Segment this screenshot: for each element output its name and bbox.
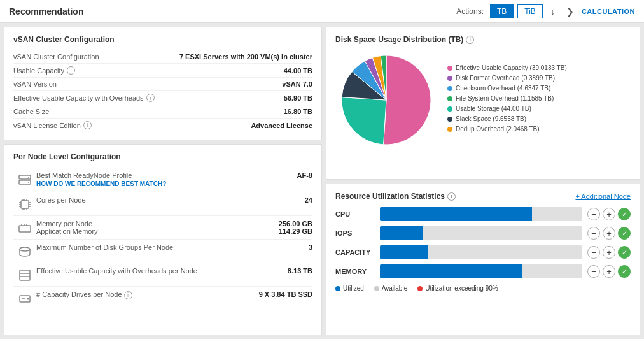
tib-button[interactable]: TiB	[517, 4, 543, 18]
per-node-rows: Best Match ReadyNode ProfileHOW DO WE RE…	[13, 168, 312, 310]
memory-icon	[13, 220, 36, 235]
disk-section-title: Disk Space Usage Distribution (TB) i	[335, 35, 631, 44]
resource-legend-label: Utilization exceeding 90%	[425, 285, 498, 292]
config-value: 7 ESXi Servers with 200 VM(s) in cluster	[179, 53, 312, 61]
svg-point-26	[27, 298, 29, 300]
svg-point-3	[28, 182, 29, 183]
config-row: Usable Capacity i 44.00 TB	[13, 64, 312, 78]
legend-item: Checksum Overhead (4.6347 TB)	[447, 85, 631, 92]
node-sub-label: Application Memory	[36, 227, 223, 235]
resource-row: IOPS 20.9% − + ✓	[335, 226, 631, 240]
resource-bar-container: 69.55%	[380, 264, 582, 278]
pie-chart	[335, 49, 437, 151]
config-info-icon[interactable]: i	[83, 121, 92, 129]
resource-controls: − + ✓	[587, 265, 631, 278]
node-label: Effective Usable Capacity with Overheads…	[36, 267, 223, 275]
increase-button[interactable]: +	[603, 208, 615, 220]
resource-legend-item: Utilization exceeding 90%	[417, 285, 498, 292]
resource-row: CPU 75.08% − + ✓	[335, 207, 631, 221]
legend-item: Effective Usable Capacity (39.0133 TB)	[447, 64, 631, 71]
svg-rect-17	[19, 226, 31, 232]
additional-node-link[interactable]: + Additional Node	[575, 192, 631, 200]
status-button[interactable]: ✓	[618, 208, 631, 220]
node-info: Best Match ReadyNode ProfileHOW DO WE RE…	[36, 171, 223, 188]
share-button[interactable]: ❯	[563, 4, 578, 18]
config-label: Cache Size	[13, 108, 284, 115]
resource-bar-container: 75.08%	[380, 207, 582, 221]
config-label: vSAN Cluster Configuration	[13, 53, 179, 61]
header-actions: Actions: TB TiB ↓ ❯ CALCULATION	[456, 4, 635, 18]
node-row: Cores per Node 24	[13, 192, 312, 216]
resource-legend-dot	[417, 286, 423, 291]
legend-dot	[447, 106, 452, 112]
node-label: Best Match ReadyNode Profile	[36, 171, 223, 179]
legend-dot	[447, 117, 452, 122]
legend-dot	[447, 66, 452, 71]
node-value: 3	[223, 243, 312, 251]
page-title: Recommendation	[9, 6, 83, 17]
resource-controls: − + ✓	[587, 208, 631, 220]
disk-icon	[13, 243, 36, 259]
config-info-icon[interactable]: i	[146, 94, 155, 102]
legend-item: Usable Storage (44.00 TB)	[447, 105, 631, 112]
svg-point-2	[28, 177, 29, 178]
per-node-title: Per Node Level Configuration	[13, 152, 312, 161]
actions-label: Actions:	[456, 7, 484, 16]
resource-row: MEMORY 69.55% − + ✓	[335, 264, 631, 278]
calculation-button[interactable]: CALCULATION	[582, 8, 635, 15]
resource-info-icon[interactable]: i	[447, 192, 456, 201]
increase-button[interactable]: +	[603, 227, 615, 240]
header: Recommendation Actions: TB TiB ↓ ❯ CALCU…	[0, 0, 644, 23]
decrease-button[interactable]: −	[587, 246, 600, 259]
node-row: Effective Usable Capacity with Overheads…	[13, 263, 312, 287]
resource-legend-dot	[374, 286, 379, 291]
legend-label: Checksum Overhead (4.6347 TB)	[456, 85, 550, 92]
disk-info-icon[interactable]: i	[466, 36, 474, 44]
vsan-config-title: vSAN Cluster Configuration	[13, 35, 312, 44]
legend-dot	[447, 76, 452, 81]
node-label: Maximum Number of Disk Groups Per Node	[36, 243, 223, 251]
cpu-icon	[13, 196, 36, 212]
tb-button[interactable]: TB	[490, 4, 514, 18]
resource-row: CAPACITY 23.52% − + ✓	[335, 245, 631, 259]
increase-button[interactable]: +	[603, 265, 615, 278]
decrease-button[interactable]: −	[587, 208, 600, 220]
legend-label: Effective Usable Capacity (39.0133 TB)	[456, 64, 567, 71]
drive-icon	[13, 291, 36, 306]
left-panel: vSAN Cluster Configuration vSAN Cluster …	[0, 23, 326, 339]
pie-slice	[384, 55, 431, 145]
vsan-config-section: vSAN Cluster Configuration vSAN Cluster …	[4, 27, 322, 140]
decrease-button[interactable]: −	[587, 265, 600, 278]
increase-button[interactable]: +	[603, 246, 615, 259]
disk-content: Effective Usable Capacity (39.0133 TB)Di…	[335, 49, 631, 151]
vsan-config-rows: vSAN Cluster Configuration 7 ESXi Server…	[13, 50, 312, 132]
status-button[interactable]: ✓	[618, 265, 631, 278]
legend-label: Disk Format Overhead (0.3899 TB)	[456, 75, 555, 82]
resource-section: Resource Utilization Statistics i + Addi…	[326, 184, 640, 335]
resource-title: Resource Utilization Statistics i	[335, 192, 456, 201]
right-panel: Disk Space Usage Distribution (TB) i Eff…	[326, 23, 644, 339]
legend-label: Slack Space (9.6558 TB)	[456, 115, 526, 122]
status-button[interactable]: ✓	[618, 227, 631, 240]
node-label: Cores per Node	[36, 196, 223, 204]
node-info-icon[interactable]: i	[124, 291, 132, 299]
download-button[interactable]: ↓	[547, 4, 559, 18]
node-link[interactable]: HOW DO WE RECOMMEND BEST MATCH?	[36, 180, 166, 187]
storage-icon	[13, 267, 36, 282]
config-info-icon[interactable]: i	[67, 66, 75, 75]
legend-item: Disk Format Overhead (0.3899 TB)	[447, 75, 631, 82]
resource-bar-container: 23.52%	[380, 245, 582, 259]
resource-rows: CPU 75.08% − + ✓ IOPS 20.9% − + ✓ CAPACI…	[335, 207, 631, 278]
resource-bar	[380, 264, 522, 278]
node-row: Best Match ReadyNode ProfileHOW DO WE RE…	[13, 168, 312, 192]
config-value: 44.00 TB	[284, 67, 312, 75]
status-button[interactable]: ✓	[618, 246, 631, 259]
decrease-button[interactable]: −	[587, 227, 600, 240]
node-row: Memory per NodeApplication Memory 256.00…	[13, 216, 312, 240]
resource-label: CAPACITY	[335, 249, 380, 256]
legend-item: Dedup Overhead (2.0468 TB)	[447, 126, 631, 133]
server-icon	[13, 171, 36, 187]
svg-point-21	[20, 247, 30, 251]
disk-legend: Effective Usable Capacity (39.0133 TB)Di…	[437, 64, 631, 136]
disk-section: Disk Space Usage Distribution (TB) i Eff…	[326, 27, 640, 180]
